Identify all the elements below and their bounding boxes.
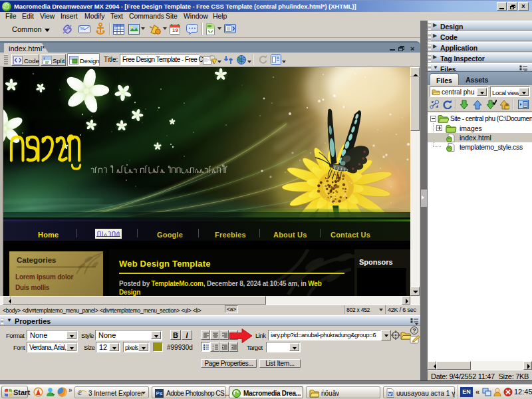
- svg-text:19: 19: [172, 27, 178, 33]
- svg-text:2: 2: [212, 348, 214, 352]
